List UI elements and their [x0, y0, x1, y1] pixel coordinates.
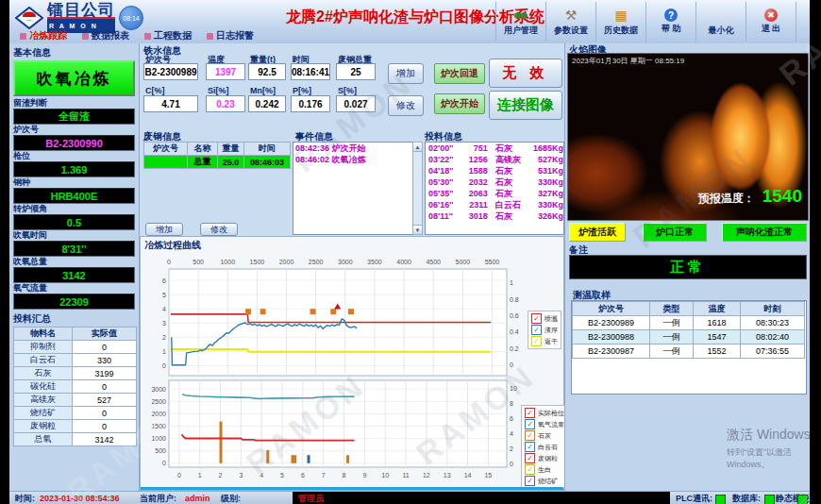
scroll-down-icon[interactable]: ▼: [413, 225, 422, 234]
users-button[interactable]: 用户管理: [495, 2, 546, 42]
tab-冶炼跟踪[interactable]: 冶炼跟踪: [13, 28, 74, 43]
hm-input-C[%][interactable]: 4.71: [143, 95, 198, 112]
scrap-add-button[interactable]: 增加: [145, 223, 183, 236]
feeding-cell: 2063: [460, 188, 488, 199]
scroll-up-icon[interactable]: ▲: [413, 143, 422, 152]
tab-icon: [144, 33, 151, 40]
field-value: 全留渣: [13, 109, 135, 125]
status-button-炉渣活跃[interactable]: 炉渣活跃: [569, 223, 626, 242]
table-cell: 25.0: [218, 156, 244, 169]
help-button[interactable]: 帮 助: [646, 2, 696, 42]
hm-input-Si[%][interactable]: 0.23: [206, 95, 245, 112]
svg-text:12: 12: [423, 472, 430, 479]
basic-fields: 留渣判断全留渣炉次号B2-2300990枪位1.369钢种HRB400E转炉倾角…: [9, 98, 139, 310]
table-cell: 高镁灰: [14, 394, 73, 407]
status-button-炉口正常[interactable]: 炉口正常: [643, 223, 707, 242]
connect-image-button[interactable]: 连接图像: [489, 91, 562, 120]
legend-item-渣厚[interactable]: ✓渣厚: [531, 325, 558, 335]
tab-工程数据[interactable]: 工程数据: [138, 28, 198, 43]
hm-label-Si[%]: Si[%]: [208, 86, 229, 95]
legend-item-实际枪位[interactable]: ✓实际枪位: [525, 408, 564, 418]
feeding-item[interactable]: 05'30''2032石灰330Kg: [426, 176, 563, 188]
hm-input-废钢总重[interactable]: 25: [336, 63, 376, 80]
hot-metal-add-button[interactable]: 增加: [388, 63, 424, 84]
smelting-state-button[interactable]: 吹氧冶炼: [13, 60, 135, 96]
history-button[interactable]: 历史数据: [596, 2, 646, 42]
legend-label: 渣厚: [545, 326, 558, 335]
feeding-item[interactable]: 02'00''751石灰1685Kg: [426, 143, 563, 154]
table-row: 抑制剂0: [14, 341, 137, 354]
events-scrollbar[interactable]: ▲ ▼: [412, 142, 423, 235]
table-row[interactable]: B2-2300989一倒161808:30:23: [573, 316, 805, 330]
tab-日志报警[interactable]: 日志报警: [200, 28, 260, 43]
legend-item-白云石[interactable]: ✓白云石: [525, 442, 564, 452]
legend-item-废钢粒[interactable]: ✓废钢粒: [525, 453, 564, 463]
svg-text:7: 7: [322, 472, 326, 479]
feeding-cell: 2311: [460, 199, 488, 210]
legend-item-返干[interactable]: ✓返干: [531, 336, 558, 346]
legend-checkbox-icon[interactable]: ✓: [525, 419, 535, 429]
legend-item-生白[interactable]: ✓生白: [525, 464, 564, 475]
tab-label: 数据报表: [92, 29, 129, 42]
table-row: 烧结矿0: [14, 407, 137, 420]
tools-button[interactable]: 参数设置: [546, 2, 596, 42]
minimize-button[interactable]: 最小化: [696, 2, 746, 42]
feeding-cell: 2032: [460, 176, 488, 188]
field-吹氧总量: 吹氧总量3142: [13, 257, 135, 283]
feeding-item[interactable]: 03'22''1256高镁灰527Kg: [426, 154, 563, 165]
logo-icon: [15, 7, 43, 29]
hm-input-炉次号[interactable]: B2-2300989: [143, 63, 198, 80]
legend-item-石灰[interactable]: ✓石灰: [525, 430, 564, 441]
table-cell: 石灰: [14, 367, 73, 380]
table-row[interactable]: B2-2300987一倒155207:36:55: [573, 344, 805, 359]
feeding-item[interactable]: 08'11''3018石灰326Kg: [426, 210, 563, 222]
hm-input-P[%][interactable]: 0.176: [291, 95, 330, 112]
svg-text:0: 0: [162, 460, 166, 466]
table-row[interactable]: 总重25.008:46:03: [144, 156, 291, 169]
status-bar: 时间: 2023-01-30 08:54:36 当前用户: admin 级别: …: [9, 491, 810, 504]
basic-info-panel: 基本信息 吹氧冶炼 留渣判断全留渣炉次号B2-2300990枪位1.369钢种H…: [9, 43, 140, 491]
hm-input-时间[interactable]: 08:16:41: [291, 63, 330, 80]
field-label: 枪位: [13, 151, 135, 161]
legend-item-烧结矿[interactable]: ✓烧结矿: [525, 476, 564, 486]
event-item[interactable]: 08:46:02 吹氧冶炼: [293, 154, 413, 165]
table-row[interactable]: B2-2300988一倒154708:02:40: [573, 330, 805, 344]
tab-数据报表[interactable]: 数据报表: [75, 28, 136, 43]
legend-checkbox-icon[interactable]: ✓: [531, 336, 542, 346]
feeding-cell: 06'16'': [428, 199, 460, 210]
legend-checkbox-icon[interactable]: ✓: [525, 430, 535, 441]
legend-checkbox-icon[interactable]: ✓: [525, 464, 535, 475]
resize-grip[interactable]: [799, 495, 809, 504]
table-cell: B2-2300988: [573, 330, 650, 344]
hm-input-Mn[%][interactable]: 0.242: [248, 95, 286, 112]
svg-text:0: 0: [510, 461, 513, 467]
invalid-button[interactable]: 无 效: [489, 59, 562, 88]
legend-checkbox-icon[interactable]: ✓: [525, 476, 535, 486]
hm-input-温度[interactable]: 1397: [206, 63, 245, 80]
legend-checkbox-icon[interactable]: ✓: [525, 408, 535, 418]
event-item[interactable]: 08:42:36 炉次开始: [293, 143, 413, 154]
field-value: 0.5: [13, 214, 135, 230]
legend-checkbox-icon[interactable]: ✓: [531, 325, 542, 335]
svg-text:5000: 5000: [456, 259, 471, 265]
table-row: 总氧3142: [14, 433, 137, 446]
hm-input-重量(t)[interactable]: 92.5: [248, 63, 286, 80]
legend-item-喷溅[interactable]: ✓喷溅: [531, 313, 558, 324]
field-枪位: 枪位1.369: [13, 151, 135, 177]
legend-checkbox-icon[interactable]: ✓: [525, 453, 535, 463]
scrap-modify-button[interactable]: 修改: [200, 223, 238, 236]
status-button-声呐化渣正常[interactable]: 声呐化渣正常: [722, 223, 807, 242]
svg-text:3000: 3000: [338, 259, 353, 265]
feeding-item[interactable]: 06'16''2311白云石330Kg: [426, 199, 563, 210]
legend-item-氧气流量[interactable]: ✓氧气流量: [525, 419, 564, 429]
exit-button[interactable]: 退 出: [746, 2, 796, 42]
heat-start-button[interactable]: 炉次开始: [434, 93, 485, 114]
heat-back-button[interactable]: 炉次回退: [434, 63, 485, 84]
feeding-item[interactable]: 05'35''2063石灰327Kg: [426, 188, 563, 199]
svg-text:3000: 3000: [151, 386, 166, 393]
legend-checkbox-icon[interactable]: ✓: [525, 442, 535, 452]
feeding-item[interactable]: 04'18''1588石灰531Kg: [426, 165, 563, 176]
hot-metal-modify-button[interactable]: 修改: [388, 95, 424, 116]
legend-checkbox-icon[interactable]: ✓: [531, 313, 542, 324]
hm-input-S[%][interactable]: 0.027: [336, 95, 376, 112]
